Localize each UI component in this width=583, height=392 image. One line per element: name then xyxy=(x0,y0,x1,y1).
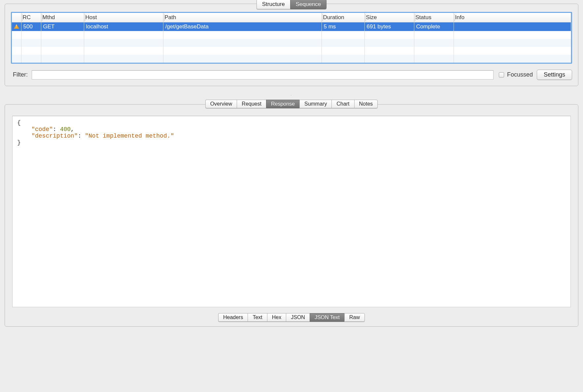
tab-response[interactable]: Response xyxy=(266,100,299,108)
col-path[interactable]: Path xyxy=(163,13,322,22)
cell-info xyxy=(454,22,571,31)
tab-notes[interactable]: Notes xyxy=(354,100,378,108)
table-row[interactable] xyxy=(12,47,571,55)
tab-sequence[interactable]: Sequence xyxy=(290,0,327,9)
tab-raw[interactable]: Raw xyxy=(344,313,365,322)
detail-tabs: Overview Request Response Summary Chart … xyxy=(205,100,378,108)
warning-icon xyxy=(14,24,19,29)
table-row[interactable] xyxy=(12,55,571,63)
cell-path: /get/getBaseData xyxy=(163,22,322,31)
col-duration[interactable]: Duration xyxy=(322,13,364,22)
requests-panel: RC Mthd Host Path Duration Size Status I… xyxy=(5,4,578,86)
cell-duration: 5 ms xyxy=(322,22,364,31)
col-mthd[interactable]: Mthd xyxy=(41,13,84,22)
response-format-tabs: Headers Text Hex JSON JSON Text Raw xyxy=(218,313,365,322)
table-row[interactable] xyxy=(12,31,571,39)
col-size[interactable]: Size xyxy=(364,13,414,22)
tab-json[interactable]: JSON xyxy=(286,313,310,322)
focussed-checkbox[interactable]: Focussed xyxy=(497,71,533,79)
col-status[interactable]: Status xyxy=(414,13,454,22)
cell-mthd: GET xyxy=(41,22,84,31)
view-mode-tabs: Structure Sequence xyxy=(257,0,327,9)
tab-overview[interactable]: Overview xyxy=(205,100,237,108)
tab-headers[interactable]: Headers xyxy=(218,313,248,322)
tab-text[interactable]: Text xyxy=(248,313,267,322)
table-row[interactable]: 500 GET localhost /get/getBaseData 5 ms … xyxy=(12,22,571,31)
col-icon[interactable] xyxy=(12,13,21,22)
focussed-checkbox-box[interactable] xyxy=(499,72,504,78)
pane-splitter[interactable]: ∙ xyxy=(0,93,583,97)
row-status-icon xyxy=(12,22,21,31)
tab-chart[interactable]: Chart xyxy=(331,100,354,108)
requests-table-wrap: RC Mthd Host Path Duration Size Status I… xyxy=(11,12,572,64)
tab-structure[interactable]: Structure xyxy=(257,0,290,9)
col-rc[interactable]: RC xyxy=(21,13,41,22)
filter-label: Filter: xyxy=(13,71,28,78)
filter-input[interactable] xyxy=(32,70,494,80)
focussed-label: Focussed xyxy=(507,71,533,78)
response-body[interactable]: { "code": 400, "description": "Not imple… xyxy=(12,116,571,307)
col-info[interactable]: Info xyxy=(454,13,571,22)
response-panel: { "code": 400, "description": "Not imple… xyxy=(5,104,578,327)
cell-rc: 500 xyxy=(21,22,41,31)
tab-json-text[interactable]: JSON Text xyxy=(310,313,344,322)
settings-button[interactable]: Settings xyxy=(537,70,572,80)
requests-table: RC Mthd Host Path Duration Size Status I… xyxy=(12,13,571,63)
tab-hex[interactable]: Hex xyxy=(267,313,286,322)
cell-size: 691 bytes xyxy=(364,22,414,31)
table-row[interactable] xyxy=(12,39,571,47)
col-host[interactable]: Host xyxy=(84,13,163,22)
cell-status: Complete xyxy=(414,22,454,31)
cell-host: localhost xyxy=(84,22,163,31)
tab-summary[interactable]: Summary xyxy=(299,100,331,108)
tab-request[interactable]: Request xyxy=(237,100,266,108)
